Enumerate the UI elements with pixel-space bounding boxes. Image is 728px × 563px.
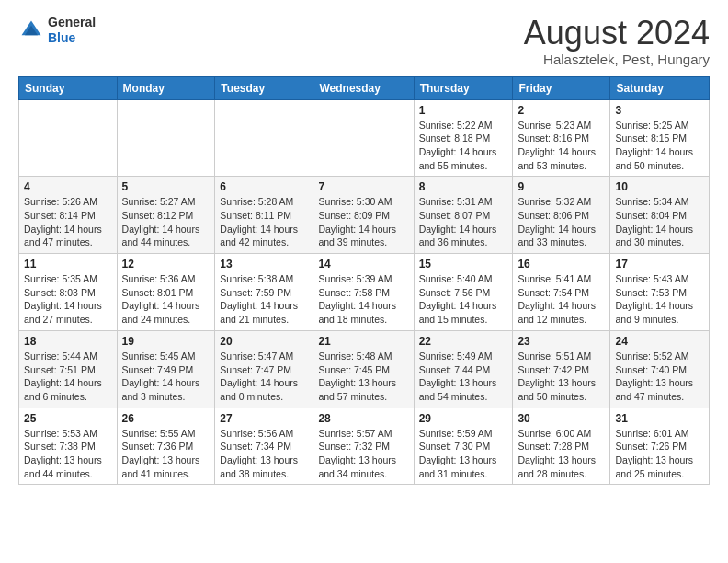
- day-info: Sunrise: 5:35 AMSunset: 8:03 PMDaylight:…: [24, 272, 112, 327]
- day-number: 18: [24, 335, 112, 348]
- day-number: 30: [518, 412, 605, 425]
- calendar-header-friday: Friday: [513, 76, 610, 99]
- calendar-cell-2-6: 17Sunrise: 5:43 AMSunset: 7:53 PMDayligh…: [610, 254, 710, 331]
- day-info: Sunrise: 5:31 AMSunset: 8:07 PMDaylight:…: [419, 195, 508, 249]
- calendar-cell-3-0: 18Sunrise: 5:44 AMSunset: 7:51 PMDayligh…: [19, 330, 118, 408]
- calendar-cell-4-1: 26Sunrise: 5:55 AMSunset: 7:36 PMDayligh…: [117, 408, 215, 485]
- calendar-cell-3-6: 24Sunrise: 5:52 AMSunset: 7:40 PMDayligh…: [610, 330, 710, 408]
- calendar-week-0: 1Sunrise: 5:22 AMSunset: 8:18 PMDaylight…: [19, 99, 710, 177]
- day-number: 29: [419, 412, 508, 425]
- calendar-table: SundayMondayTuesdayWednesdayThursdayFrid…: [18, 76, 710, 486]
- day-info: Sunrise: 5:44 AMSunset: 7:51 PMDaylight:…: [24, 350, 112, 404]
- day-info: Sunrise: 5:59 AMSunset: 7:30 PMDaylight:…: [419, 427, 508, 481]
- day-number: 10: [615, 180, 704, 193]
- day-number: 6: [220, 180, 308, 193]
- day-info: Sunrise: 5:25 AMSunset: 8:15 PMDaylight:…: [615, 119, 704, 173]
- calendar-cell-3-1: 19Sunrise: 5:45 AMSunset: 7:49 PMDayligh…: [117, 330, 215, 408]
- calendar-header-thursday: Thursday: [414, 76, 513, 99]
- day-info: Sunrise: 5:49 AMSunset: 7:44 PMDaylight:…: [419, 350, 508, 404]
- calendar-cell-4-0: 25Sunrise: 5:53 AMSunset: 7:38 PMDayligh…: [19, 408, 118, 485]
- calendar-cell-2-2: 13Sunrise: 5:38 AMSunset: 7:59 PMDayligh…: [215, 254, 313, 331]
- calendar-cell-1-4: 8Sunrise: 5:31 AMSunset: 8:07 PMDaylight…: [414, 177, 513, 254]
- calendar-header-tuesday: Tuesday: [215, 76, 313, 99]
- day-info: Sunrise: 5:52 AMSunset: 7:40 PMDaylight:…: [615, 350, 704, 404]
- calendar-week-4: 25Sunrise: 5:53 AMSunset: 7:38 PMDayligh…: [19, 408, 710, 485]
- day-number: 13: [220, 258, 308, 270]
- day-number: 28: [318, 412, 408, 425]
- day-number: 7: [318, 180, 408, 193]
- calendar-week-3: 18Sunrise: 5:44 AMSunset: 7:51 PMDayligh…: [19, 330, 710, 408]
- day-number: 5: [122, 180, 210, 193]
- calendar-cell-0-1: [117, 99, 215, 177]
- calendar-cell-2-0: 11Sunrise: 5:35 AMSunset: 8:03 PMDayligh…: [19, 254, 118, 331]
- calendar-cell-4-3: 28Sunrise: 5:57 AMSunset: 7:32 PMDayligh…: [313, 408, 414, 485]
- calendar-week-1: 4Sunrise: 5:26 AMSunset: 8:14 PMDaylight…: [19, 177, 710, 254]
- day-info: Sunrise: 5:39 AMSunset: 7:58 PMDaylight:…: [318, 272, 408, 327]
- month-title: August 2024: [524, 15, 710, 52]
- calendar-cell-1-3: 7Sunrise: 5:30 AMSunset: 8:09 PMDaylight…: [313, 177, 414, 254]
- day-number: 4: [24, 180, 112, 193]
- day-number: 2: [518, 104, 605, 117]
- day-info: Sunrise: 5:48 AMSunset: 7:45 PMDaylight:…: [318, 350, 408, 404]
- day-number: 1: [419, 104, 508, 117]
- calendar-cell-1-2: 6Sunrise: 5:28 AMSunset: 8:11 PMDaylight…: [215, 177, 313, 254]
- calendar-week-2: 11Sunrise: 5:35 AMSunset: 8:03 PMDayligh…: [19, 254, 710, 331]
- day-number: 27: [220, 412, 308, 425]
- day-number: 12: [122, 258, 210, 270]
- day-number: 11: [24, 258, 112, 270]
- calendar-header-wednesday: Wednesday: [313, 76, 414, 99]
- calendar-cell-1-1: 5Sunrise: 5:27 AMSunset: 8:12 PMDaylight…: [117, 177, 215, 254]
- day-number: 19: [122, 335, 210, 348]
- calendar-cell-3-2: 20Sunrise: 5:47 AMSunset: 7:47 PMDayligh…: [215, 330, 313, 408]
- day-number: 3: [615, 104, 704, 117]
- location: Halasztelek, Pest, Hungary: [524, 52, 710, 67]
- logo-text: General Blue: [48, 15, 96, 46]
- day-info: Sunrise: 5:53 AMSunset: 7:38 PMDaylight:…: [24, 427, 112, 481]
- day-number: 23: [518, 335, 605, 348]
- calendar-cell-2-1: 12Sunrise: 5:36 AMSunset: 8:01 PMDayligh…: [117, 254, 215, 331]
- calendar-cell-1-0: 4Sunrise: 5:26 AMSunset: 8:14 PMDaylight…: [19, 177, 118, 254]
- day-number: 26: [122, 412, 210, 425]
- logo-general: General: [48, 15, 96, 29]
- day-info: Sunrise: 5:40 AMSunset: 7:56 PMDaylight:…: [419, 272, 508, 327]
- calendar-cell-0-5: 2Sunrise: 5:23 AMSunset: 8:16 PMDaylight…: [513, 99, 610, 177]
- calendar-cell-0-4: 1Sunrise: 5:22 AMSunset: 8:18 PMDaylight…: [414, 99, 513, 177]
- calendar-header-monday: Monday: [117, 76, 215, 99]
- calendar-cell-1-6: 10Sunrise: 5:34 AMSunset: 8:04 PMDayligh…: [610, 177, 710, 254]
- calendar-cell-2-3: 14Sunrise: 5:39 AMSunset: 7:58 PMDayligh…: [313, 254, 414, 331]
- day-info: Sunrise: 5:38 AMSunset: 7:59 PMDaylight:…: [220, 272, 308, 327]
- day-info: Sunrise: 5:28 AMSunset: 8:11 PMDaylight:…: [220, 195, 308, 249]
- day-info: Sunrise: 5:34 AMSunset: 8:04 PMDaylight:…: [615, 195, 704, 249]
- day-number: 16: [518, 258, 605, 270]
- calendar-header-sunday: Sunday: [19, 76, 118, 99]
- day-number: 24: [615, 335, 704, 348]
- title-area: August 2024 Halasztelek, Pest, Hungary: [524, 15, 710, 67]
- day-info: Sunrise: 5:55 AMSunset: 7:36 PMDaylight:…: [122, 427, 210, 481]
- calendar-header-row: SundayMondayTuesdayWednesdayThursdayFrid…: [19, 76, 710, 99]
- calendar-cell-1-5: 9Sunrise: 5:32 AMSunset: 8:06 PMDaylight…: [513, 177, 610, 254]
- day-number: 21: [318, 335, 408, 348]
- calendar-cell-0-2: [215, 99, 313, 177]
- calendar-cell-4-5: 30Sunrise: 6:00 AMSunset: 7:28 PMDayligh…: [513, 408, 610, 485]
- day-info: Sunrise: 5:32 AMSunset: 8:06 PMDaylight:…: [518, 195, 605, 249]
- day-number: 8: [419, 180, 508, 193]
- calendar-cell-2-4: 15Sunrise: 5:40 AMSunset: 7:56 PMDayligh…: [414, 254, 513, 331]
- calendar-cell-2-5: 16Sunrise: 5:41 AMSunset: 7:54 PMDayligh…: [513, 254, 610, 331]
- day-number: 25: [24, 412, 112, 425]
- day-info: Sunrise: 6:01 AMSunset: 7:26 PMDaylight:…: [615, 427, 704, 481]
- calendar-cell-4-6: 31Sunrise: 6:01 AMSunset: 7:26 PMDayligh…: [610, 408, 710, 485]
- calendar-cell-4-4: 29Sunrise: 5:59 AMSunset: 7:30 PMDayligh…: [414, 408, 513, 485]
- calendar-cell-3-3: 21Sunrise: 5:48 AMSunset: 7:45 PMDayligh…: [313, 330, 414, 408]
- logo-blue: Blue: [48, 30, 75, 45]
- calendar-cell-3-4: 22Sunrise: 5:49 AMSunset: 7:44 PMDayligh…: [414, 330, 513, 408]
- logo-icon: [18, 17, 44, 43]
- calendar-header-saturday: Saturday: [610, 76, 710, 99]
- header: General Blue August 2024 Halasztelek, Pe…: [18, 15, 710, 67]
- day-info: Sunrise: 5:47 AMSunset: 7:47 PMDaylight:…: [220, 350, 308, 404]
- day-info: Sunrise: 5:41 AMSunset: 7:54 PMDaylight:…: [518, 272, 605, 327]
- day-number: 31: [615, 412, 704, 425]
- calendar-cell-3-5: 23Sunrise: 5:51 AMSunset: 7:42 PMDayligh…: [513, 330, 610, 408]
- logo: General Blue: [18, 15, 96, 46]
- calendar-cell-0-3: [313, 99, 414, 177]
- day-number: 20: [220, 335, 308, 348]
